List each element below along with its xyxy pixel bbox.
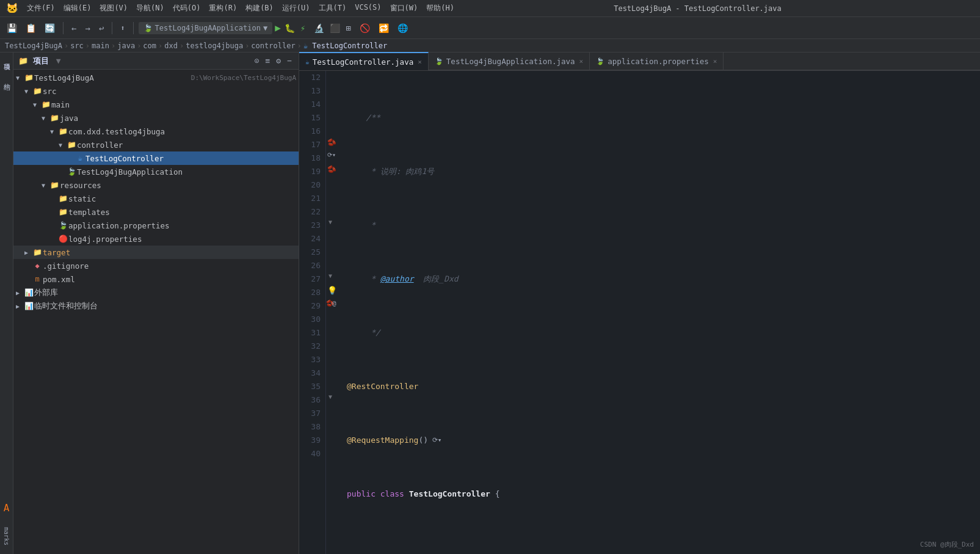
panel-settings-icon[interactable]: ⚙ [274,55,283,67]
layout-button[interactable]: ⊞ [343,21,354,35]
panel-close-icon[interactable]: − [285,55,294,67]
side-tab-project[interactable]: 项目 [1,55,12,62]
search-everywhere[interactable]: 🔁 [376,21,392,35]
menu-window[interactable]: 窗口(W) [387,2,422,15]
tree-item-pom[interactable]: m pom.xml [13,272,299,286]
coverage-button[interactable]: ⚡ [297,21,308,35]
menu-code[interactable]: 代码(O) [169,2,205,15]
tree-item-external-libs[interactable]: ▶ 📊 外部库 [13,286,299,299]
tree-item-test-log-controller[interactable]: ☕ TestLogController [13,151,299,165]
code-line-19: public class TestLogController { [347,487,973,501]
tab-name-2: TestLog4jBugApplication.java [446,57,575,66]
panel-title: 📁 项目 ▼ [18,56,60,67]
panel-expand-icon[interactable]: ≡ [264,55,272,67]
stop-button[interactable]: ⬛ [330,23,340,33]
tab-icon-props-3: 🍃 [596,57,604,65]
menu-build[interactable]: 构建(B) [242,2,277,15]
tree-item-root[interactable]: ▼ 📁 TestLog4jBugA D:\WorkSpace\TestLog4j… [13,71,299,84]
code-line-14: * [347,219,973,232]
tree-item-static[interactable]: 📁 static [13,192,299,205]
tree-item-target[interactable]: ▶ 📁 target [13,246,299,259]
debug-button[interactable]: 🐛 [285,23,295,33]
toolbar-sep-3 [133,22,134,34]
gutter-map-18: ⟳▾ [327,151,336,158]
breadcrumb-testlog4jbuga[interactable]: testlog4jbuga [186,42,243,50]
breadcrumb-com[interactable]: com [143,42,156,50]
save-button[interactable]: 💾 [4,21,20,35]
toolbar: 💾 📋 🔄 ← → ↩ ⬆ 🍃 TestLog4jBugAApplication… [0,17,980,39]
tab-app-properties[interactable]: 🍃 application.properties × [590,52,724,70]
vcs-button[interactable]: ⬆ [117,22,128,34]
menu-navigate[interactable]: 导航(N) [132,2,168,15]
tab-name-3: application.properties [608,57,709,66]
menu-run[interactable]: 运行(U) [278,2,314,15]
gutter-at-29: @ [332,299,336,307]
code-content[interactable]: /** * 说明: 肉鸡1号 * * @author 肉段_Dxd */ @Re… [339,71,980,554]
tab-name-1: TestLogController.java [313,57,414,67]
breadcrumb-main[interactable]: main [92,42,109,50]
gutter-fold-36: ▼ [328,393,332,400]
menu-view[interactable]: 视图(V) [96,2,131,15]
window-title: TestLog4jBugA - TestLogController.java [614,4,782,13]
menu-refactor[interactable]: 重构(R) [205,2,241,15]
gutter-bean-19: 🫘 [327,165,336,173]
run-config-name: TestLog4jBugAApplication [155,24,261,32]
tab-close-3[interactable]: × [713,57,717,65]
code-line-20 [347,541,973,554]
code-line-16: */ [347,326,973,340]
tree-item-main[interactable]: ▼ 📁 main [13,98,299,111]
menu-edit[interactable]: 编辑(E) [60,2,95,15]
tree-item-app-props[interactable]: 🍃 application.properties [13,219,299,232]
menu-help[interactable]: 帮助(H) [423,2,458,15]
folder-icon-root: 📁 [23,73,34,82]
profile-button[interactable]: 🔬 [311,21,327,35]
tree-item-scratch[interactable]: ▶ 📊 临时文件和控制台 [13,299,299,313]
revert-button[interactable]: ↩ [96,21,107,35]
breadcrumb-class[interactable]: ☕ TestLogController [303,42,387,50]
forward-button[interactable]: → [82,21,93,35]
run-button[interactable]: ▶ [275,22,281,34]
breadcrumb-project[interactable]: TestLog4jBugA [5,42,62,50]
tab-test-log-controller[interactable]: ☕ TestLogController.java × [299,52,429,70]
panel-locate-icon[interactable]: ⊙ [253,55,261,67]
tree-item-src[interactable]: ▼ 📁 src [13,84,299,98]
tree-item-templates[interactable]: 📁 templates [13,205,299,219]
no-run-button[interactable]: 🚫 [357,21,373,35]
tree-item-package[interactable]: ▼ 📁 com.dxd.testlog4jbuga [13,125,299,138]
breadcrumb-controller[interactable]: controller [251,42,295,50]
tab-icon-boot-2: 🍃 [435,57,443,65]
breadcrumb-src[interactable]: src [70,42,84,50]
sync-button[interactable]: 🔄 [42,21,58,35]
tab-close-1[interactable]: × [418,58,422,66]
tab-application[interactable]: 🍃 TestLog4jBugApplication.java × [429,52,590,70]
gutter-bean-17: 🫘 [327,138,336,147]
side-tab-structure[interactable]: 结构 [1,75,12,82]
tree-item-java-folder[interactable]: ▼ 📁 java [13,111,299,125]
gutter-fold-23: ▼ [328,219,332,225]
title-bar-left: 🐱 文件(F) 编辑(E) 视图(V) 导航(N) 代码(O) 重构(R) 构建… [6,2,458,15]
side-tabs: 项目 结构 A marks [0,53,13,554]
back-button[interactable]: ← [68,21,79,35]
tree-item-log4j-props[interactable]: 🔴 log4j.properties [13,232,299,246]
menu-file[interactable]: 文件(F) [23,2,59,15]
run-config-selector[interactable]: 🍃 TestLog4jBugAApplication ▼ [139,22,273,34]
translate-button[interactable]: 🌐 [394,21,411,35]
gutter-warning-28: 💡 [327,286,337,295]
breadcrumb-java[interactable]: java [117,42,135,50]
menu-tools[interactable]: 工具(T) [315,2,350,15]
breadcrumb-dxd[interactable]: dxd [164,42,178,50]
toolbar-sep-2 [112,22,112,34]
side-tab-alibaba[interactable]: A [2,498,11,517]
side-tab-marks[interactable]: marks [2,523,11,549]
menu-vcs[interactable]: VCS(S) [351,2,385,15]
tab-close-2[interactable]: × [579,57,584,65]
watermark: CSDN @肉段_Dxd [920,540,974,549]
save-all-button[interactable]: 📋 [23,21,39,35]
tab-icon-java-1: ☕ [305,58,310,66]
tree-item-controller-folder[interactable]: ▼ 📁 controller [13,138,299,151]
tree-item-gitignore[interactable]: ◆ .gitignore [13,259,299,272]
code-editor[interactable]: 12 13 14 15 16 17 18 19 20 21 22 23 24 2… [299,71,980,554]
tree-item-application[interactable]: 🍃 TestLog4jBugApplication [13,165,299,178]
file-panel: 📁 项目 ▼ ⊙ ≡ ⚙ − ▼ 📁 TestLog4jBugA D:\Work… [13,53,299,554]
tree-item-resources[interactable]: ▼ 📁 resources [13,178,299,192]
